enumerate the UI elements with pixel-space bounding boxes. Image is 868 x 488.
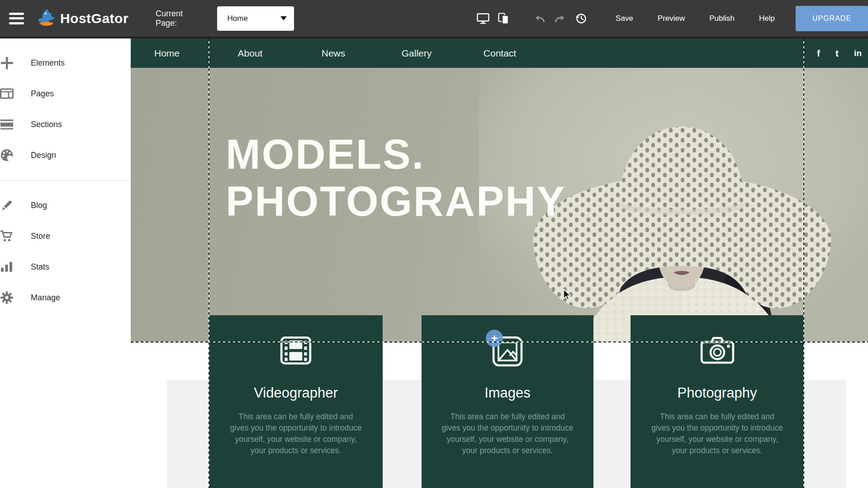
add-image-badge[interactable]: + [486, 330, 503, 347]
card-videographer[interactable]: Videographer This area can be fully edit… [209, 315, 383, 488]
sidebar-item-stats[interactable]: Stats [0, 251, 131, 282]
sidebar-item-manage[interactable]: Manage [0, 282, 131, 313]
save-button[interactable]: Save [616, 14, 633, 23]
topbar: HostGator Current Page: Home [0, 0, 868, 38]
card-images[interactable]: + Images This area can be fully edited a… [422, 315, 593, 488]
site-nav-home[interactable]: Home [133, 48, 201, 59]
hero-heading-line1: MODELS. [226, 131, 566, 178]
sidebar-item-blog[interactable]: Blog [0, 190, 131, 221]
redo-icon[interactable] [550, 14, 570, 23]
sidebar-item-elements[interactable]: Elements [0, 47, 131, 78]
camera-icon [700, 336, 735, 365]
hero-heading-line2: PHOTOGRAPHY [226, 178, 566, 225]
menu-hamburger-icon[interactable] [9, 13, 24, 24]
help-button[interactable]: Help [759, 14, 775, 23]
hostgator-logo: HostGator [37, 8, 128, 29]
cart-icon [0, 229, 14, 243]
history-icon[interactable] [570, 13, 591, 24]
editor-canvas: Home About News Gallery Contact f t in [131, 38, 868, 488]
topbar-actions: Save Preview Publish Help UPGRADE [591, 6, 868, 31]
card-body-text[interactable]: This area can be fully edited and gives … [441, 411, 574, 456]
site-nav-items: Home About News Gallery Contact [133, 48, 549, 59]
card-body-text[interactable]: This area can be fully edited and gives … [229, 411, 363, 456]
linkedin-icon[interactable]: in [854, 49, 862, 57]
sidebar-divider [0, 180, 131, 181]
gear-icon [0, 291, 14, 304]
film-icon [280, 336, 312, 365]
site-nav-bar[interactable]: Home About News Gallery Contact f t in [131, 38, 868, 68]
sidebar-item-design[interactable]: Design [0, 140, 131, 171]
mobile-view-icon[interactable] [493, 13, 514, 24]
sidebar-item-pages[interactable]: Pages [0, 78, 131, 109]
current-page-label: Current Page: [156, 9, 204, 28]
card-title[interactable]: Videographer [209, 385, 383, 401]
sections-icon [0, 118, 14, 131]
sidebar: Elements Pages Sections [0, 40, 131, 488]
bar-chart-icon [0, 260, 14, 274]
desktop-view-icon[interactable] [473, 13, 493, 24]
card-title[interactable]: Photography [631, 385, 804, 401]
site-nav-about[interactable]: About [216, 48, 284, 59]
plus-icon [0, 56, 14, 70]
palette-icon [0, 148, 14, 162]
publish-button[interactable]: Publish [709, 14, 735, 23]
pencil-icon [0, 199, 14, 212]
facebook-icon[interactable]: f [817, 48, 820, 58]
pages-icon [0, 87, 14, 100]
chevron-down-icon [280, 16, 287, 20]
view-toggle-group [473, 13, 591, 24]
page-select-dropdown[interactable]: Home [217, 6, 294, 31]
site-nav-news[interactable]: News [299, 48, 367, 59]
undo-icon[interactable] [529, 14, 550, 23]
sidebar-item-sections[interactable]: Sections [0, 109, 131, 140]
site-nav-contact[interactable]: Contact [466, 48, 534, 59]
preview-button[interactable]: Preview [658, 14, 685, 23]
hero-section[interactable]: MODELS. PHOTOGRAPHY [131, 68, 868, 343]
site-social-links: f t in [817, 48, 868, 58]
site-nav-gallery[interactable]: Gallery [383, 48, 451, 59]
brand-name: HostGator [60, 11, 128, 26]
upgrade-button[interactable]: UPGRADE [796, 6, 868, 31]
card-title[interactable]: Images [422, 385, 593, 401]
builder-window: HostGator Current Page: Home [0, 0, 868, 488]
sidebar-item-store[interactable]: Store [0, 221, 131, 251]
twitter-icon[interactable]: t [835, 48, 839, 58]
card-photography[interactable]: Photography This area can be fully edite… [631, 315, 804, 488]
page-select-value: Home [227, 14, 247, 23]
card-body-text[interactable]: This area can be fully edited and gives … [650, 411, 784, 456]
hero-heading[interactable]: MODELS. PHOTOGRAPHY [226, 131, 566, 225]
gator-icon [37, 8, 57, 29]
